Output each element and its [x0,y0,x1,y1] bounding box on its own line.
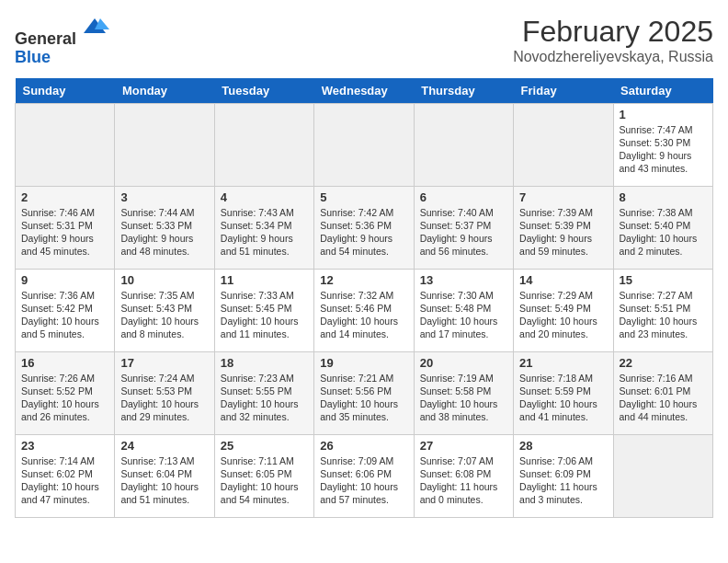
calendar-body: 1Sunrise: 7:47 AM Sunset: 5:30 PM Daylig… [16,103,713,517]
day-number: 14 [519,273,607,287]
day-number: 15 [620,273,707,287]
day-cell: 9Sunrise: 7:36 AM Sunset: 5:42 PM Daylig… [16,269,115,351]
page-header: General Blue February 2025 Novodzhereliy… [15,15,713,67]
day-cell: 8Sunrise: 7:38 AM Sunset: 5:40 PM Daylig… [613,186,712,269]
header-row: SundayMondayTuesdayWednesdayThursdayFrid… [16,78,713,104]
day-info: Sunrise: 7:23 AM Sunset: 5:55 PM Dayligh… [221,372,308,424]
day-info: Sunrise: 7:46 AM Sunset: 5:31 PM Dayligh… [21,206,108,259]
calendar-header: SundayMondayTuesdayWednesdayThursdayFrid… [16,78,713,104]
day-cell: 28Sunrise: 7:06 AM Sunset: 6:09 PM Dayli… [514,434,613,517]
day-cell [16,103,115,186]
day-number: 23 [21,439,108,453]
day-number: 19 [320,356,407,370]
day-number: 6 [420,190,507,204]
day-info: Sunrise: 7:16 AM Sunset: 6:01 PM Dayligh… [620,372,707,424]
day-number: 11 [221,273,308,287]
title-block: February 2025 Novodzhereliyevskaya, Russ… [513,15,713,65]
day-cell [613,434,712,517]
day-cell: 4Sunrise: 7:43 AM Sunset: 5:34 PM Daylig… [214,186,313,269]
day-info: Sunrise: 7:47 AM Sunset: 5:30 PM Dayligh… [620,123,707,176]
week-row-4: 23Sunrise: 7:14 AM Sunset: 6:02 PM Dayli… [16,434,713,517]
day-cell: 22Sunrise: 7:16 AM Sunset: 6:01 PM Dayli… [613,351,712,434]
day-number: 22 [620,356,707,370]
day-cell: 10Sunrise: 7:35 AM Sunset: 5:43 PM Dayli… [115,269,214,351]
column-header-thursday: Thursday [414,78,513,104]
day-cell: 21Sunrise: 7:18 AM Sunset: 5:59 PM Dayli… [514,351,613,434]
day-cell [314,103,414,186]
day-cell: 5Sunrise: 7:42 AM Sunset: 5:36 PM Daylig… [314,186,414,269]
day-info: Sunrise: 7:26 AM Sunset: 5:52 PM Dayligh… [21,372,108,424]
day-info: Sunrise: 7:42 AM Sunset: 5:36 PM Dayligh… [320,206,407,259]
day-cell: 12Sunrise: 7:32 AM Sunset: 5:46 PM Dayli… [314,269,414,351]
week-row-1: 2Sunrise: 7:46 AM Sunset: 5:31 PM Daylig… [16,186,713,269]
column-header-monday: Monday [115,78,214,104]
day-number: 8 [620,190,707,204]
week-row-0: 1Sunrise: 7:47 AM Sunset: 5:30 PM Daylig… [16,103,713,186]
day-info: Sunrise: 7:35 AM Sunset: 5:43 PM Dayligh… [120,289,208,341]
day-cell: 14Sunrise: 7:29 AM Sunset: 5:49 PM Dayli… [514,269,613,351]
day-cell: 3Sunrise: 7:44 AM Sunset: 5:33 PM Daylig… [115,186,214,269]
day-number: 21 [519,356,607,370]
day-number: 27 [420,439,507,453]
day-info: Sunrise: 7:43 AM Sunset: 5:34 PM Dayligh… [221,206,308,259]
day-cell: 17Sunrise: 7:24 AM Sunset: 5:53 PM Dayli… [115,351,214,434]
day-number: 26 [320,439,407,453]
day-number: 24 [120,439,208,453]
day-cell: 16Sunrise: 7:26 AM Sunset: 5:52 PM Dayli… [16,351,115,434]
day-number: 18 [221,356,308,370]
day-info: Sunrise: 7:27 AM Sunset: 5:51 PM Dayligh… [620,289,707,341]
day-cell: 23Sunrise: 7:14 AM Sunset: 6:02 PM Dayli… [16,434,115,517]
day-info: Sunrise: 7:44 AM Sunset: 5:33 PM Dayligh… [120,206,208,259]
week-row-2: 9Sunrise: 7:36 AM Sunset: 5:42 PM Daylig… [16,269,713,351]
day-info: Sunrise: 7:32 AM Sunset: 5:46 PM Dayligh… [320,289,407,341]
calendar-title: February 2025 [513,15,713,49]
day-cell: 6Sunrise: 7:40 AM Sunset: 5:37 PM Daylig… [414,186,513,269]
day-cell: 20Sunrise: 7:19 AM Sunset: 5:58 PM Dayli… [414,351,513,434]
day-cell: 18Sunrise: 7:23 AM Sunset: 5:55 PM Dayli… [214,351,313,434]
day-cell: 7Sunrise: 7:39 AM Sunset: 5:39 PM Daylig… [514,186,613,269]
day-cell: 1Sunrise: 7:47 AM Sunset: 5:30 PM Daylig… [613,103,712,186]
day-info: Sunrise: 7:09 AM Sunset: 6:06 PM Dayligh… [320,454,407,507]
day-info: Sunrise: 7:07 AM Sunset: 6:08 PM Dayligh… [420,454,507,507]
day-info: Sunrise: 7:19 AM Sunset: 5:58 PM Dayligh… [420,372,507,424]
day-info: Sunrise: 7:30 AM Sunset: 5:48 PM Dayligh… [420,289,507,341]
day-info: Sunrise: 7:21 AM Sunset: 5:56 PM Dayligh… [320,372,407,424]
day-info: Sunrise: 7:36 AM Sunset: 5:42 PM Dayligh… [21,289,108,341]
day-number: 5 [320,190,407,204]
day-cell: 24Sunrise: 7:13 AM Sunset: 6:04 PM Dayli… [115,434,214,517]
calendar-table: SundayMondayTuesdayWednesdayThursdayFrid… [15,78,713,518]
day-number: 28 [519,439,607,453]
day-number: 13 [420,273,507,287]
column-header-tuesday: Tuesday [214,78,313,104]
day-info: Sunrise: 7:38 AM Sunset: 5:40 PM Dayligh… [620,206,707,259]
day-number: 10 [120,273,208,287]
day-cell: 26Sunrise: 7:09 AM Sunset: 6:06 PM Dayli… [314,434,414,517]
day-number: 2 [21,190,108,204]
day-cell: 19Sunrise: 7:21 AM Sunset: 5:56 PM Dayli… [314,351,414,434]
day-cell: 15Sunrise: 7:27 AM Sunset: 5:51 PM Dayli… [613,269,712,351]
day-number: 9 [21,273,108,287]
column-header-wednesday: Wednesday [314,78,414,104]
day-number: 25 [221,439,308,453]
week-row-3: 16Sunrise: 7:26 AM Sunset: 5:52 PM Dayli… [16,351,713,434]
day-number: 3 [120,190,208,204]
logo-blue: Blue [15,48,51,66]
day-cell [214,103,313,186]
day-number: 1 [620,108,707,121]
day-number: 17 [120,356,208,370]
day-info: Sunrise: 7:40 AM Sunset: 5:37 PM Dayligh… [420,206,507,259]
day-info: Sunrise: 7:24 AM Sunset: 5:53 PM Dayligh… [120,372,208,424]
day-info: Sunrise: 7:13 AM Sunset: 6:04 PM Dayligh… [120,454,208,507]
day-info: Sunrise: 7:06 AM Sunset: 6:09 PM Dayligh… [519,454,607,507]
day-cell: 2Sunrise: 7:46 AM Sunset: 5:31 PM Daylig… [16,186,115,269]
day-cell [414,103,513,186]
day-info: Sunrise: 7:14 AM Sunset: 6:02 PM Dayligh… [21,454,108,507]
day-cell [514,103,613,186]
day-info: Sunrise: 7:11 AM Sunset: 6:05 PM Dayligh… [221,454,308,507]
day-number: 4 [221,190,308,204]
logo-general: General [15,29,76,48]
column-header-saturday: Saturday [613,78,712,104]
day-cell: 27Sunrise: 7:07 AM Sunset: 6:08 PM Dayli… [414,434,513,517]
calendar-subtitle: Novodzhereliyevskaya, Russia [513,49,713,65]
day-cell [115,103,214,186]
